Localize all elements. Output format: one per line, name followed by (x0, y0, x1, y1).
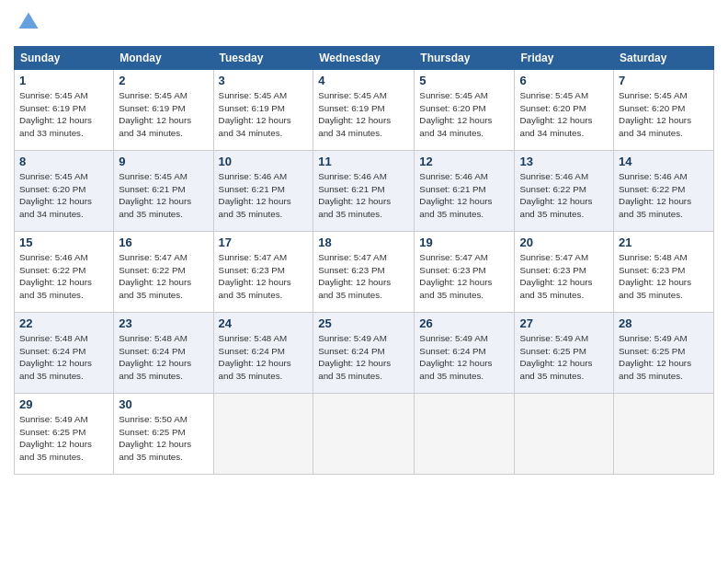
calendar-cell: 21Sunrise: 5:48 AMSunset: 6:23 PMDayligh… (614, 232, 714, 313)
calendar-cell: 15Sunrise: 5:46 AMSunset: 6:22 PMDayligh… (15, 232, 114, 313)
day-number: 2 (119, 74, 208, 87)
calendar-cell: 8Sunrise: 5:45 AMSunset: 6:20 PMDaylight… (15, 151, 114, 232)
day-info: Sunrise: 5:45 AMSunset: 6:20 PMDaylight:… (519, 89, 609, 140)
calendar-cell: 17Sunrise: 5:47 AMSunset: 6:23 PMDayligh… (213, 232, 313, 313)
calendar-header-tuesday: Tuesday (213, 47, 313, 70)
day-number: 8 (19, 155, 108, 168)
calendar-header-sunday: Sunday (15, 47, 114, 70)
day-number: 17 (219, 236, 309, 249)
day-number: 29 (19, 397, 108, 411)
calendar-cell: 16Sunrise: 5:47 AMSunset: 6:22 PMDayligh… (114, 232, 213, 313)
day-number: 24 (219, 316, 309, 330)
day-number: 16 (119, 236, 208, 249)
calendar-header-wednesday: Wednesday (313, 47, 415, 70)
calendar-cell: 7Sunrise: 5:45 AMSunset: 6:20 PMDaylight… (614, 70, 714, 151)
day-info: Sunrise: 5:48 AMSunset: 6:24 PMDaylight:… (19, 332, 108, 383)
day-info: Sunrise: 5:48 AMSunset: 6:24 PMDaylight:… (119, 332, 208, 383)
day-number: 20 (519, 236, 609, 249)
day-info: Sunrise: 5:46 AMSunset: 6:21 PMDaylight:… (219, 170, 309, 221)
calendar-cell (313, 394, 415, 475)
calendar-week-row: 8Sunrise: 5:45 AMSunset: 6:20 PMDaylight… (15, 151, 714, 232)
day-number: 15 (19, 236, 108, 249)
day-info: Sunrise: 5:45 AMSunset: 6:20 PMDaylight:… (19, 170, 108, 221)
day-info: Sunrise: 5:46 AMSunset: 6:21 PMDaylight:… (419, 170, 509, 221)
day-number: 12 (419, 155, 509, 168)
calendar-header-saturday: Saturday (614, 47, 714, 70)
calendar-cell: 1Sunrise: 5:45 AMSunset: 6:19 PMDaylight… (15, 70, 114, 151)
day-info: Sunrise: 5:47 AMSunset: 6:23 PMDaylight:… (519, 251, 609, 302)
calendar-header-monday: Monday (114, 47, 213, 70)
day-info: Sunrise: 5:48 AMSunset: 6:23 PMDaylight:… (619, 251, 709, 302)
day-info: Sunrise: 5:45 AMSunset: 6:20 PMDaylight:… (619, 89, 709, 140)
day-info: Sunrise: 5:49 AMSunset: 6:25 PMDaylight:… (519, 332, 609, 383)
day-info: Sunrise: 5:46 AMSunset: 6:21 PMDaylight:… (318, 170, 409, 221)
calendar-header-thursday: Thursday (415, 47, 515, 70)
day-number: 28 (619, 316, 709, 330)
day-info: Sunrise: 5:45 AMSunset: 6:19 PMDaylight:… (318, 89, 409, 140)
day-info: Sunrise: 5:49 AMSunset: 6:25 PMDaylight:… (19, 413, 108, 464)
calendar-cell: 13Sunrise: 5:46 AMSunset: 6:22 PMDayligh… (515, 151, 614, 232)
calendar-table: SundayMondayTuesdayWednesdayThursdayFrid… (14, 46, 714, 475)
calendar-cell: 19Sunrise: 5:47 AMSunset: 6:23 PMDayligh… (415, 232, 515, 313)
calendar-week-row: 15Sunrise: 5:46 AMSunset: 6:22 PMDayligh… (15, 232, 714, 313)
calendar-cell: 25Sunrise: 5:49 AMSunset: 6:24 PMDayligh… (313, 313, 415, 394)
calendar-cell: 9Sunrise: 5:45 AMSunset: 6:21 PMDaylight… (114, 151, 213, 232)
calendar-cell (614, 394, 714, 475)
day-number: 23 (119, 316, 208, 330)
day-number: 27 (519, 316, 609, 330)
day-info: Sunrise: 5:45 AMSunset: 6:19 PMDaylight:… (219, 89, 309, 140)
calendar-cell: 18Sunrise: 5:47 AMSunset: 6:23 PMDayligh… (313, 232, 415, 313)
calendar-cell: 12Sunrise: 5:46 AMSunset: 6:21 PMDayligh… (415, 151, 515, 232)
logo-icon (16, 9, 41, 35)
calendar-cell: 2Sunrise: 5:45 AMSunset: 6:19 PMDaylight… (114, 70, 213, 151)
calendar-week-row: 1Sunrise: 5:45 AMSunset: 6:19 PMDaylight… (15, 70, 714, 151)
day-info: Sunrise: 5:47 AMSunset: 6:23 PMDaylight:… (318, 251, 409, 302)
svg-marker-0 (19, 13, 39, 29)
day-number: 22 (19, 316, 108, 330)
day-info: Sunrise: 5:47 AMSunset: 6:23 PMDaylight:… (219, 251, 309, 302)
day-info: Sunrise: 5:46 AMSunset: 6:22 PMDaylight:… (519, 170, 609, 221)
day-number: 6 (519, 74, 609, 87)
calendar-cell (515, 394, 614, 475)
day-number: 5 (419, 74, 509, 87)
day-number: 14 (619, 155, 709, 168)
day-number: 9 (119, 155, 208, 168)
day-info: Sunrise: 5:50 AMSunset: 6:25 PMDaylight:… (119, 413, 208, 464)
calendar-cell: 11Sunrise: 5:46 AMSunset: 6:21 PMDayligh… (313, 151, 415, 232)
day-info: Sunrise: 5:47 AMSunset: 6:22 PMDaylight:… (119, 251, 208, 302)
day-info: Sunrise: 5:49 AMSunset: 6:25 PMDaylight:… (619, 332, 709, 383)
calendar-cell (415, 394, 515, 475)
day-number: 25 (318, 316, 409, 330)
day-info: Sunrise: 5:47 AMSunset: 6:23 PMDaylight:… (419, 251, 509, 302)
day-number: 3 (219, 74, 309, 87)
day-number: 7 (619, 74, 709, 87)
day-number: 18 (318, 236, 409, 249)
calendar-cell: 24Sunrise: 5:48 AMSunset: 6:24 PMDayligh… (213, 313, 313, 394)
calendar-cell: 22Sunrise: 5:48 AMSunset: 6:24 PMDayligh… (15, 313, 114, 394)
day-info: Sunrise: 5:45 AMSunset: 6:19 PMDaylight:… (119, 89, 208, 140)
page: SundayMondayTuesdayWednesdayThursdayFrid… (0, 0, 728, 563)
day-info: Sunrise: 5:48 AMSunset: 6:24 PMDaylight:… (219, 332, 309, 383)
day-number: 4 (318, 74, 409, 87)
calendar-cell: 3Sunrise: 5:45 AMSunset: 6:19 PMDaylight… (213, 70, 313, 151)
calendar-cell: 6Sunrise: 5:45 AMSunset: 6:20 PMDaylight… (515, 70, 614, 151)
day-info: Sunrise: 5:45 AMSunset: 6:20 PMDaylight:… (419, 89, 509, 140)
day-info: Sunrise: 5:46 AMSunset: 6:22 PMDaylight:… (619, 170, 709, 221)
day-number: 11 (318, 155, 409, 168)
calendar-cell: 23Sunrise: 5:48 AMSunset: 6:24 PMDayligh… (114, 313, 213, 394)
calendar-header-row: SundayMondayTuesdayWednesdayThursdayFrid… (15, 47, 714, 70)
day-number: 13 (519, 155, 609, 168)
calendar-cell: 4Sunrise: 5:45 AMSunset: 6:19 PMDaylight… (313, 70, 415, 151)
calendar-cell: 26Sunrise: 5:49 AMSunset: 6:24 PMDayligh… (415, 313, 515, 394)
logo (14, 9, 41, 39)
calendar-cell (213, 394, 313, 475)
calendar-cell: 29Sunrise: 5:49 AMSunset: 6:25 PMDayligh… (15, 394, 114, 475)
day-info: Sunrise: 5:45 AMSunset: 6:21 PMDaylight:… (119, 170, 208, 221)
day-number: 21 (619, 236, 709, 249)
calendar-cell: 10Sunrise: 5:46 AMSunset: 6:21 PMDayligh… (213, 151, 313, 232)
day-number: 1 (19, 74, 108, 87)
calendar-cell: 27Sunrise: 5:49 AMSunset: 6:25 PMDayligh… (515, 313, 614, 394)
day-number: 30 (119, 397, 208, 411)
day-number: 10 (219, 155, 309, 168)
calendar-week-row: 29Sunrise: 5:49 AMSunset: 6:25 PMDayligh… (15, 394, 714, 475)
